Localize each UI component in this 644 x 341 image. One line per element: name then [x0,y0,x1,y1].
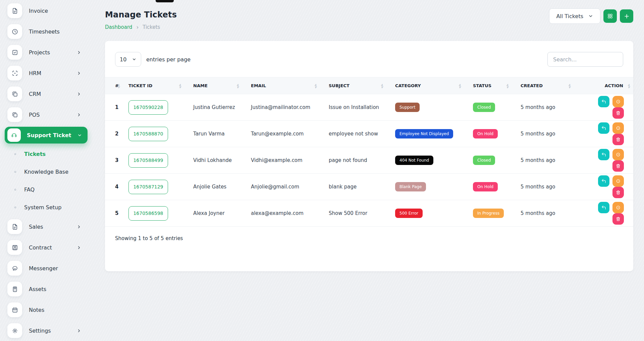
column-header--[interactable]: #▲▼ [105,77,120,94]
category-badge: Blank Page [395,182,426,191]
delete-action-button[interactable] [612,187,624,198]
category-badge: Employee Not Displayed [395,129,453,138]
column-label: EMAIL [251,83,266,88]
projects-icon [7,45,22,60]
sidebar-item-notes[interactable]: Notes [0,299,89,320]
trash-icon [615,216,621,222]
subject-cell: page not found [321,147,387,174]
table-body: 11670590228Justina GutierrezJustina@mail… [105,94,633,227]
sort-icon[interactable]: ▲▼ [506,83,508,88]
actions-cell [575,121,633,147]
delete-action-button[interactable] [612,134,624,145]
ticket-id-button[interactable]: 1670590228 [128,100,168,115]
sidebar-item-timesheets[interactable]: Timesheets [0,21,89,42]
column-header-email[interactable]: EMAIL▲▼ [243,77,321,94]
column-header-name[interactable]: NAME▲▼ [185,77,243,94]
table-row: 51670586598Alexa Joyneralexa@example.com… [105,200,633,227]
sidebar-item-sales[interactable]: Sales [0,216,89,237]
sort-icon[interactable]: ▲▼ [237,83,239,88]
reply-action-button[interactable] [598,122,609,134]
entries-per-page-select[interactable]: 10 [115,52,141,67]
view-action-button[interactable] [612,96,624,107]
sidebar-item-label: Timesheets [29,29,60,35]
column-header-subject[interactable]: SUBJECT▲▼ [321,77,387,94]
view-action-button[interactable] [612,149,624,160]
sidebar-item-label: POS [29,112,40,118]
reply-action-button[interactable] [598,175,609,187]
sidebar-item-settings[interactable]: Settings [0,320,89,341]
sort-icon[interactable]: ▲▼ [315,83,317,88]
sidebar-item-assets[interactable]: Assets [0,279,89,299]
delete-action-button[interactable] [612,107,624,119]
view-action-button[interactable] [612,202,624,213]
sidebar-item-invoice[interactable]: Invoice [0,0,89,21]
contract-icon [7,240,22,255]
clock-icon [7,24,22,39]
view-icon [615,125,621,131]
reply-icon [601,178,606,184]
sort-icon[interactable]: ▲▼ [118,83,120,88]
ticket-id-button[interactable]: 1670587129 [128,180,168,194]
sort-icon[interactable]: ▲▼ [179,83,181,88]
view-action-button[interactable] [612,175,624,187]
subject-cell: blank page [321,174,387,200]
email-cell: Anjolie@gmail.com [243,174,321,200]
created-cell: 5 months ago [513,121,575,147]
ticket-id-button[interactable]: 1670588499 [128,153,168,168]
sidebar-subitem-knowledge-base[interactable]: Knowledge Base [0,163,89,181]
view-action-button[interactable] [612,122,624,134]
sort-icon[interactable]: ▲▼ [569,83,571,88]
sidebar-item-label: Projects [29,49,50,56]
column-header-created[interactable]: CREATED▲▼ [513,77,575,94]
main-content: Manage Tickets Dashboard › Tickets All T… [89,0,644,341]
chevron-down-icon [77,133,82,138]
entries-per-page-value: 10 [120,56,126,63]
column-header-status[interactable]: STATUS▲▼ [465,77,513,94]
reply-action-button[interactable] [598,149,609,160]
column-header-ticket-id[interactable]: TICKET ID▲▼ [120,77,185,94]
column-header-action[interactable]: ACTION▲▼ [575,77,633,94]
actions-cell [575,200,633,227]
all-tickets-label: All Tickets [556,13,583,19]
row-number: 3 [105,147,120,174]
sidebar-subitem-faq[interactable]: FAQ [0,181,89,198]
sidebar-subitem-system-setup[interactable]: System Setup [0,198,89,216]
sidebar-item-hrm[interactable]: HRM [0,63,89,83]
delete-action-button[interactable] [612,160,624,172]
grid-view-button[interactable] [603,9,617,23]
sidebar-item-label: Sales [29,224,43,230]
all-tickets-dropdown[interactable]: All Tickets [549,8,600,24]
reply-icon [601,125,606,131]
created-cell: 5 months ago [513,147,575,174]
row-number: 1 [105,94,120,121]
sidebar-item-label: Support Ticket [27,132,71,138]
breadcrumb-current: Tickets [143,24,160,30]
status-badge: In Progress [473,209,504,218]
created-cell: 5 months ago [513,200,575,227]
sidebar-item-projects[interactable]: Projects [0,42,89,63]
sidebar-item-contract[interactable]: Contract [0,237,89,258]
top-cropped-element [156,0,174,2]
column-label: TICKET ID [128,83,152,88]
ticket-id-button[interactable]: 1670586598 [128,206,168,221]
sort-icon[interactable]: ▲▼ [459,83,461,88]
plus-icon [624,13,630,19]
search-input[interactable] [547,52,623,67]
add-ticket-button[interactable] [620,9,633,23]
tickets-card: 10 entries per page #▲▼TICKET ID▲▼NAME▲▼… [105,41,633,271]
reply-action-button[interactable] [598,202,609,213]
sidebar-subitem-tickets[interactable]: Tickets [0,145,89,163]
sidebar-item-support-ticket[interactable]: Support Ticket [5,127,88,144]
ticket-id-button[interactable]: 1670588870 [128,127,168,141]
reply-action-button[interactable] [598,96,609,107]
sidebar-item-pos[interactable]: POS [0,104,89,125]
delete-action-button[interactable] [612,213,624,225]
sidebar-item-messenger[interactable]: Messenger [0,258,89,279]
sort-icon[interactable]: ▲▼ [381,83,383,88]
column-label: CREATED [521,83,543,88]
sort-icon[interactable]: ▲▼ [628,83,630,88]
sidebar-item-crm[interactable]: CRM [0,83,89,104]
name-cell: Tarun Varma [185,121,243,147]
breadcrumb-dashboard-link[interactable]: Dashboard [105,24,132,30]
column-header-category[interactable]: CATEGORY▲▼ [387,77,465,94]
